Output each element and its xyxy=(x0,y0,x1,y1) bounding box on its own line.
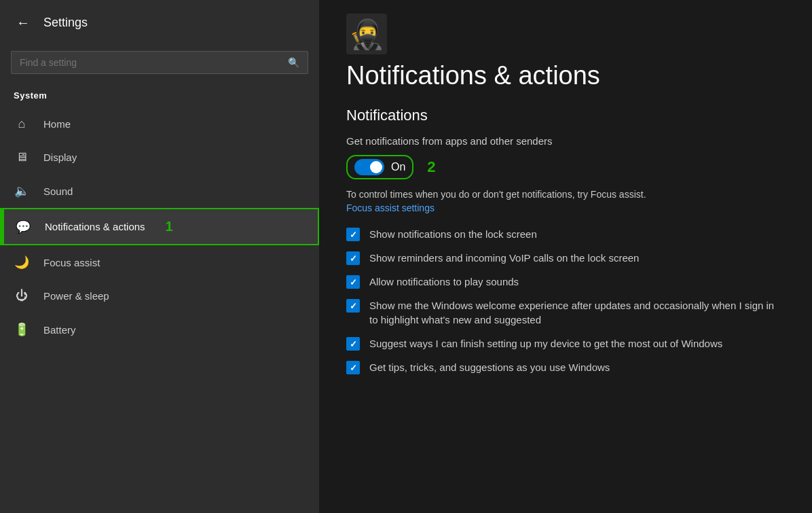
search-box[interactable]: 🔍 xyxy=(11,51,308,74)
page-title: Notifications & actions xyxy=(346,61,785,90)
toggle-state-label: On xyxy=(391,161,405,173)
toggle-wrapper[interactable]: On xyxy=(346,155,413,179)
checkbox-label-lock-screen: Show notifications on the lock screen xyxy=(369,227,537,241)
sidebar-title: Settings xyxy=(43,16,88,30)
checkbox-lock-screen[interactable] xyxy=(346,228,360,241)
avatar: 🥷 xyxy=(346,14,387,54)
checkbox-item-lock-screen[interactable]: Show notifications on the lock screen xyxy=(346,227,785,241)
sidebar-item-battery[interactable]: 🔋 Battery xyxy=(0,313,319,347)
sidebar-item-display[interactable]: 🖥 Display xyxy=(0,141,319,174)
section-title: Notifications xyxy=(346,107,785,124)
sidebar-item-label-notifications: Notifications & actions xyxy=(45,221,145,232)
checkbox-item-sounds[interactable]: Allow notifications to play sounds xyxy=(346,275,785,289)
checkbox-suggest[interactable] xyxy=(346,337,360,351)
checkbox-item-welcome[interactable]: Show me the Windows welcome experience a… xyxy=(346,298,785,327)
sound-icon: 🔈 xyxy=(14,183,30,198)
focus-hint: To control times when you do or don't ge… xyxy=(346,189,785,200)
search-input[interactable] xyxy=(20,57,281,68)
notifications-icon: 💬 xyxy=(15,219,31,234)
checkbox-item-reminders[interactable]: Show reminders and incoming VoIP calls o… xyxy=(346,251,785,265)
checkbox-welcome[interactable] xyxy=(346,299,360,313)
sidebar-item-label-focus: Focus assist xyxy=(43,257,100,268)
sidebar-item-notifications[interactable]: 💬 Notifications & actions 1 xyxy=(0,208,319,245)
battery-icon: 🔋 xyxy=(14,322,30,337)
main-content: 🥷 Notifications & actions Notifications … xyxy=(319,0,812,513)
search-icon: 🔍 xyxy=(288,57,299,68)
sidebar-item-label-power: Power & sleep xyxy=(43,290,109,302)
checkbox-label-tips: Get tips, tricks, and suggestions as you… xyxy=(369,360,610,374)
back-button[interactable]: ← xyxy=(14,12,33,33)
sidebar-item-label-battery: Battery xyxy=(43,324,76,336)
checkbox-tips[interactable] xyxy=(346,361,360,374)
checkbox-item-suggest[interactable]: Suggest ways I can finish setting up my … xyxy=(346,336,785,351)
notifications-description: Get notifications from apps and other se… xyxy=(346,135,785,147)
checkbox-list: Show notifications on the lock screen Sh… xyxy=(346,227,785,374)
display-icon: 🖥 xyxy=(14,150,30,164)
focus-assist-link[interactable]: Focus assist settings xyxy=(346,202,785,213)
sidebar-item-sound[interactable]: 🔈 Sound xyxy=(0,174,319,208)
checkbox-sounds[interactable] xyxy=(346,275,360,289)
sidebar-item-home[interactable]: ⌂ Home xyxy=(0,107,319,141)
sidebar: ← Settings 🔍 System ⌂ Home 🖥 Display 🔈 S… xyxy=(0,0,319,513)
checkbox-label-welcome: Show me the Windows welcome experience a… xyxy=(369,298,785,327)
home-icon: ⌂ xyxy=(14,117,30,131)
power-icon: ⏻ xyxy=(14,289,30,303)
toggle-row: On 2 xyxy=(346,155,785,179)
system-label: System xyxy=(0,85,319,107)
active-accent xyxy=(1,209,4,244)
checkbox-label-sounds: Allow notifications to play sounds xyxy=(369,275,519,289)
sidebar-item-label-home: Home xyxy=(43,118,71,130)
sidebar-item-label-display: Display xyxy=(43,152,77,163)
sidebar-item-label-sound: Sound xyxy=(43,185,73,197)
sidebar-item-power[interactable]: ⏻ Power & sleep xyxy=(0,279,319,313)
notifications-badge: 1 xyxy=(166,219,173,234)
checkbox-reminders[interactable] xyxy=(346,251,360,265)
avatar-row: 🥷 xyxy=(346,14,785,54)
checkbox-item-tips[interactable]: Get tips, tricks, and suggestions as you… xyxy=(346,360,785,374)
toggle-badge: 2 xyxy=(427,158,435,176)
sidebar-header: ← Settings xyxy=(0,0,319,46)
sidebar-item-focus[interactable]: 🌙 Focus assist xyxy=(0,245,319,279)
checkbox-label-reminders: Show reminders and incoming VoIP calls o… xyxy=(369,251,639,265)
checkbox-label-suggest: Suggest ways I can finish setting up my … xyxy=(369,336,722,351)
notifications-toggle[interactable] xyxy=(354,159,384,175)
focus-icon: 🌙 xyxy=(14,255,30,270)
